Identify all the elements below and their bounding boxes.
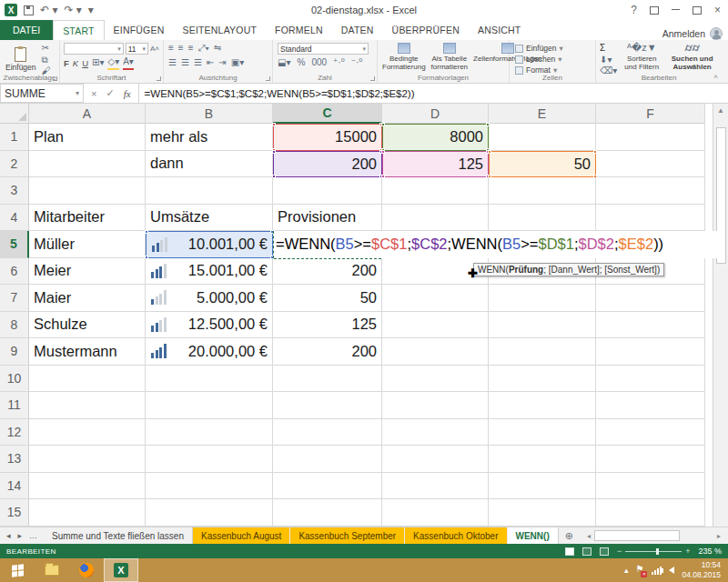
cell-D4[interactable] — [382, 205, 489, 232]
cell-B1[interactable]: mehr als — [146, 124, 273, 151]
cell-A9[interactable]: Mustermann — [29, 338, 146, 366]
row-header-1[interactable]: 1 — [0, 124, 29, 151]
cell-A1[interactable]: Plan — [29, 124, 146, 151]
cell-E1[interactable] — [489, 124, 596, 151]
cell-E9[interactable] — [489, 338, 596, 366]
cell-A3[interactable] — [29, 177, 146, 205]
column-header-F[interactable]: F — [596, 104, 705, 124]
cell-D12[interactable] — [382, 419, 489, 447]
cell-C10[interactable] — [273, 366, 382, 393]
row-header-11[interactable]: 11 — [0, 392, 29, 419]
cell-F4[interactable] — [596, 205, 705, 232]
tab-start[interactable]: START — [53, 20, 104, 40]
vertical-scrollbar[interactable]: ▲ — [713, 104, 728, 527]
cell-A6[interactable]: Meier — [29, 258, 146, 286]
cut-icon[interactable]: ✂ — [42, 43, 51, 55]
cell-C9[interactable]: 200 — [273, 338, 382, 366]
zoom-slider[interactable]: − + — [617, 547, 691, 556]
cell-D14[interactable] — [382, 473, 489, 500]
grow-font-icon[interactable]: A˄ — [150, 45, 159, 54]
cell-F11[interactable] — [596, 392, 705, 419]
decrease-decimal-icon[interactable]: ⁻·⁰ — [351, 57, 363, 69]
cell-B14[interactable] — [146, 473, 273, 500]
row-header-5[interactable]: 5 — [0, 231, 29, 258]
tab-einfügen[interactable]: EINFÜGEN — [105, 20, 174, 40]
cell-C15[interactable] — [273, 499, 382, 527]
cell-D3[interactable] — [382, 177, 489, 205]
row-header-9[interactable]: 9 — [0, 338, 29, 366]
tab-überprüfen[interactable]: ÜBERPRÜFEN — [383, 20, 469, 40]
sheet-tab-summe-und-texte-fließen-lassen[interactable]: Summe und Texte fließen lassen — [44, 527, 193, 544]
align-center-icon[interactable]: ☰ — [181, 57, 189, 69]
cell-D15[interactable] — [382, 499, 489, 527]
align-middle-icon[interactable]: ≡ — [178, 43, 184, 55]
cell-F9[interactable] — [596, 338, 705, 366]
font-name-combo[interactable]: ▾ — [64, 43, 124, 55]
dialog-launcher-icon[interactable] — [157, 76, 161, 81]
tray-expand-icon[interactable]: ▴ — [624, 566, 629, 575]
cell-D8[interactable] — [382, 312, 489, 339]
tab-ansicht[interactable]: ANSICHT — [469, 20, 531, 40]
cell-E12[interactable] — [489, 419, 596, 447]
cell-F12[interactable] — [596, 419, 705, 447]
format-as-table-button[interactable]: Als Tabelle formatieren — [429, 42, 470, 74]
hscroll-left-icon[interactable]: ◂ — [583, 532, 594, 540]
new-sheet-icon[interactable]: ⊕ — [559, 527, 580, 544]
cell-D11[interactable] — [382, 392, 489, 419]
cell-A13[interactable] — [29, 446, 146, 473]
cell-C3[interactable] — [273, 177, 382, 205]
cell-C12[interactable] — [273, 419, 382, 447]
row-header-2[interactable]: 2 — [0, 151, 29, 178]
horizontal-scrollbar[interactable]: ◂ ▸ — [583, 529, 724, 542]
orientation-icon[interactable]: ⤢▾ — [198, 43, 209, 55]
volume-icon[interactable] — [669, 567, 674, 574]
cell-A7[interactable]: Maier — [29, 285, 146, 312]
row-header-14[interactable]: 14 — [0, 473, 29, 500]
start-button[interactable] — [0, 558, 35, 582]
cell-C6[interactable]: 200 — [273, 258, 382, 286]
align-left-icon[interactable]: ☰ — [168, 57, 177, 69]
normal-view-icon[interactable] — [565, 547, 574, 556]
paste-button[interactable]: Einfügen — [2, 42, 40, 78]
cell-C11[interactable] — [273, 392, 382, 419]
percent-icon[interactable]: % — [297, 57, 305, 69]
cell-E7[interactable] — [489, 285, 596, 312]
tab-seitenlayout[interactable]: SEITENLAYOUT — [173, 20, 266, 40]
in-cell-formula-editor[interactable]: =WENN(B5>=$C$1;$C$2;WENN(B5>=$D$1;$D$2;$… — [273, 231, 723, 258]
firefox-button[interactable] — [69, 558, 104, 582]
sheet-grid[interactable]: ABCDEF1Planmehr als1500080002dann2001255… — [0, 104, 713, 527]
cell-B2[interactable]: dann — [146, 151, 273, 178]
insert-function-icon[interactable]: fx — [124, 88, 131, 99]
tab-formeln[interactable]: FORMELN — [266, 20, 332, 40]
merge-center-icon[interactable]: ▣▾ — [231, 57, 244, 69]
cell-D9[interactable] — [382, 338, 489, 366]
row-header-13[interactable]: 13 — [0, 446, 29, 473]
column-header-D[interactable]: D — [382, 104, 489, 124]
clock[interactable]: 10:54 04.08.2015 — [682, 560, 721, 579]
cell-D10[interactable] — [382, 366, 489, 393]
cancel-entry-icon[interactable]: × — [91, 88, 96, 99]
cell-B5[interactable]: 10.001,00 € — [146, 231, 273, 258]
help-icon[interactable]: ? — [631, 5, 637, 15]
sheet-more-icon[interactable]: … — [29, 531, 37, 540]
column-header-C[interactable]: C — [273, 104, 382, 124]
sheet-tab-wenn-[interactable]: WENN() — [508, 527, 559, 544]
italic-button[interactable]: K — [73, 58, 78, 68]
cell-B12[interactable] — [146, 419, 273, 447]
sheet-tab-kassenbuch-august[interactable]: Kassenbuch August — [193, 527, 290, 544]
increase-decimal-icon[interactable]: ⁺·⁰ — [333, 57, 345, 69]
scroll-up-icon[interactable]: ▲ — [717, 104, 724, 115]
cell-A8[interactable]: Schulze — [29, 312, 146, 339]
file-explorer-button[interactable] — [35, 558, 69, 582]
cell-D2[interactable]: 125 — [382, 151, 489, 178]
cell-B13[interactable] — [146, 446, 273, 473]
cell-F7[interactable] — [596, 285, 705, 312]
page-layout-view-icon[interactable] — [582, 547, 592, 556]
cell-E8[interactable] — [489, 312, 596, 339]
cell-A12[interactable] — [29, 419, 146, 447]
page-break-view-icon[interactable] — [600, 547, 609, 556]
cell-D13[interactable] — [382, 446, 489, 473]
cell-B3[interactable] — [146, 177, 273, 205]
cell-E2[interactable]: 50 — [489, 151, 596, 178]
row-header-15[interactable]: 15 — [0, 499, 29, 527]
